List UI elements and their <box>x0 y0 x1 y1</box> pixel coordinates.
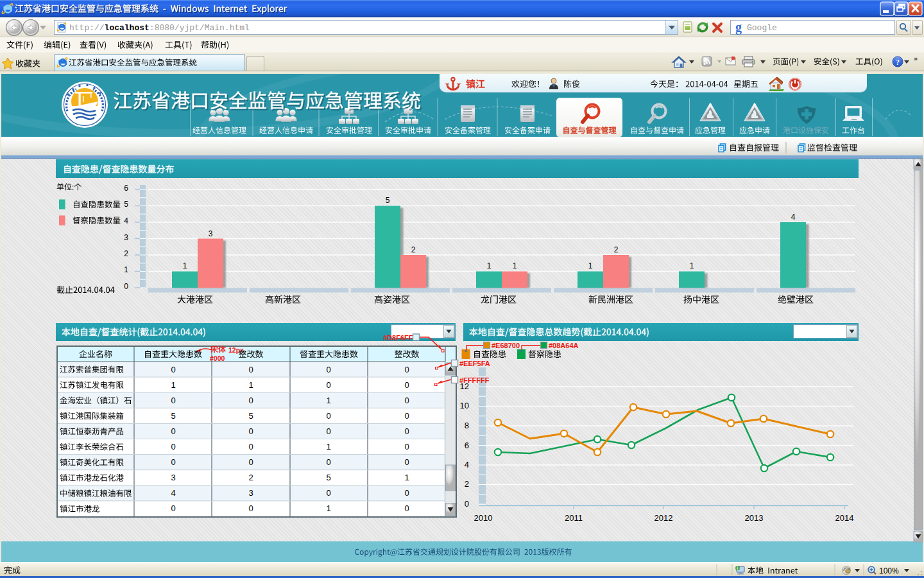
svg-text:0: 0 <box>326 411 330 421</box>
svg-text:8: 8 <box>465 421 469 430</box>
svg-text:0: 0 <box>326 380 330 390</box>
svg-text:1: 1 <box>326 396 330 405</box>
svg-text:1: 1 <box>690 261 694 270</box>
svg-text:1: 1 <box>404 473 409 482</box>
svg-text:4: 4 <box>465 460 469 469</box>
svg-text:http://localhost:8080/yjpt/Mai: http://localhost:8080/yjpt/Main.html <box>69 23 250 33</box>
svg-text:3: 3 <box>209 229 213 238</box>
svg-text:3: 3 <box>171 473 175 482</box>
svg-text:6: 6 <box>465 441 469 450</box>
svg-text:#E68700: #E68700 <box>492 342 520 349</box>
svg-text:2: 2 <box>124 249 128 258</box>
svg-text:5: 5 <box>124 200 128 209</box>
svg-text:6: 6 <box>124 184 128 193</box>
svg-text:2012: 2012 <box>654 513 673 523</box>
svg-text:2: 2 <box>248 473 253 482</box>
svg-text:?: ? <box>896 58 900 67</box>
svg-text:0: 0 <box>404 426 409 436</box>
svg-text:»: » <box>914 55 918 62</box>
svg-text:4: 4 <box>791 213 796 222</box>
svg-text:10: 10 <box>460 401 469 410</box>
svg-text:0: 0 <box>171 504 175 513</box>
svg-text:3: 3 <box>124 233 128 242</box>
svg-text:2: 2 <box>465 479 469 489</box>
svg-text:1: 1 <box>124 265 128 274</box>
svg-text:0: 0 <box>171 457 175 467</box>
svg-text:5: 5 <box>386 196 390 205</box>
svg-text:0: 0 <box>404 380 409 390</box>
svg-text:0: 0 <box>326 457 330 467</box>
svg-text:2014: 2014 <box>835 513 854 523</box>
svg-text:g: g <box>735 20 742 35</box>
svg-text:1: 1 <box>487 261 492 270</box>
svg-text:3: 3 <box>248 488 253 498</box>
svg-text:4: 4 <box>171 488 175 498</box>
svg-text:#08A64A: #08A64A <box>549 342 579 349</box>
svg-text:2011: 2011 <box>565 513 583 523</box>
svg-text:0: 0 <box>171 396 175 405</box>
svg-text:4: 4 <box>124 216 128 225</box>
svg-text:0: 0 <box>404 442 409 451</box>
svg-text:5: 5 <box>171 411 175 421</box>
svg-text:0: 0 <box>248 457 253 467</box>
svg-text:0: 0 <box>248 442 253 451</box>
svg-text:0: 0 <box>404 504 409 513</box>
svg-text:5: 5 <box>248 411 253 421</box>
svg-text:2010: 2010 <box>474 513 493 523</box>
svg-text:2: 2 <box>411 245 416 254</box>
svg-text:0: 0 <box>404 488 409 498</box>
svg-text:0: 0 <box>248 504 253 513</box>
svg-text:#000: #000 <box>210 355 225 362</box>
svg-text:0: 0 <box>326 488 330 498</box>
svg-text:5: 5 <box>326 473 330 482</box>
svg-text:#D8F6FF: #D8F6FF <box>383 334 413 342</box>
svg-text:0: 0 <box>171 365 175 374</box>
svg-text:1: 1 <box>248 380 253 390</box>
svg-text:0: 0 <box>465 499 469 509</box>
svg-text:1: 1 <box>588 261 593 270</box>
svg-text:0: 0 <box>248 365 253 374</box>
svg-text:0: 0 <box>326 426 330 436</box>
svg-text:2: 2 <box>614 245 619 254</box>
svg-text:0: 0 <box>171 426 175 436</box>
svg-text:1: 1 <box>171 380 175 390</box>
svg-text:1: 1 <box>326 504 330 513</box>
svg-text:0: 0 <box>404 365 409 374</box>
svg-text:0: 0 <box>326 365 330 374</box>
svg-text:0: 0 <box>171 442 175 451</box>
svg-text:0: 0 <box>124 282 128 291</box>
svg-text:0: 0 <box>404 457 409 467</box>
svg-text:0: 0 <box>404 411 409 421</box>
svg-text:Google: Google <box>747 23 777 33</box>
svg-text:1: 1 <box>326 442 330 451</box>
svg-text:0: 0 <box>248 426 253 436</box>
svg-text:1: 1 <box>183 261 187 270</box>
svg-text:0: 0 <box>248 396 253 405</box>
svg-text:1: 1 <box>513 261 517 270</box>
svg-text:100%: 100% <box>879 566 899 575</box>
svg-text:2013: 2013 <box>745 513 764 523</box>
svg-text:#FFFFFF: #FFFFFF <box>459 376 490 384</box>
svg-text:0: 0 <box>404 396 409 405</box>
svg-text:#EEF5FA: #EEF5FA <box>459 360 490 367</box>
